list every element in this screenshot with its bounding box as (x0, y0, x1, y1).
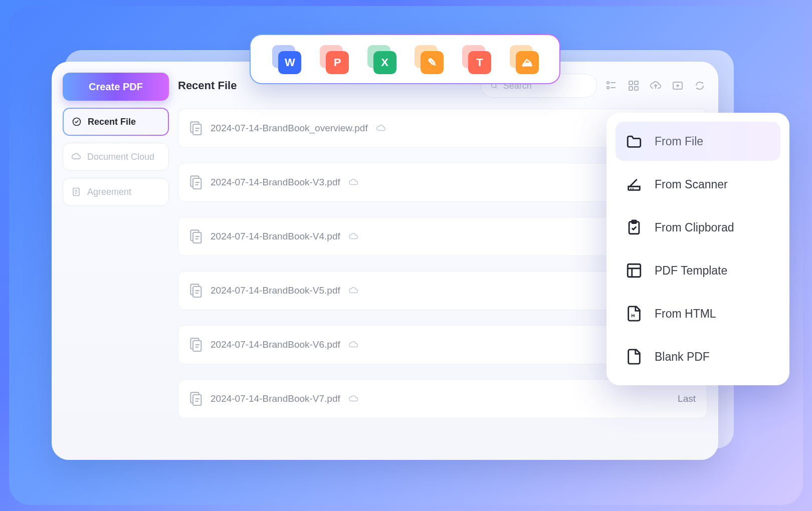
sidebar-item-recent[interactable]: Recent File (63, 108, 169, 136)
sync-icon (694, 80, 706, 92)
dropdown-item[interactable]: From Clipborad (616, 208, 780, 247)
svg-rect-15 (193, 232, 201, 243)
powerpoint-app-icon[interactable]: P (320, 45, 348, 73)
cloud-icon (71, 152, 81, 162)
file-doc-icon (189, 175, 204, 190)
cloud-sync-icon (376, 124, 386, 132)
dropdown-item-label: Blank PDF (655, 350, 710, 364)
dropdown-item-label: From Scanner (655, 178, 728, 191)
text-app-icon[interactable]: T (462, 45, 490, 73)
svg-rect-8 (635, 87, 638, 90)
create-pdf-button[interactable]: Create PDF (63, 73, 169, 101)
dropdown-item-label: From File (655, 135, 703, 148)
dropdown-item[interactable]: From File (616, 122, 780, 161)
svg-rect-3 (607, 82, 609, 84)
list-icon (605, 80, 618, 92)
blank-icon (626, 348, 643, 365)
clipboard-icon (626, 219, 643, 236)
page-title: Recent File (178, 79, 237, 92)
dropdown-item-label: From HTML (655, 307, 716, 321)
file-name: 2024-07-14-BrandBook-V4.pdf (211, 231, 340, 242)
file-doc-icon (189, 283, 204, 298)
svg-rect-13 (193, 178, 201, 189)
excel-app-icon[interactable]: X (367, 45, 395, 73)
dropdown-item-label: PDF Template (655, 264, 727, 278)
document-icon (71, 187, 81, 197)
dropdown-item[interactable]: From Scanner (616, 165, 780, 204)
svg-text:H: H (631, 313, 635, 318)
dropdown-item[interactable]: Blank PDF (616, 337, 780, 376)
upload-cloud-icon (650, 80, 662, 92)
file-name: 2024-07-14-BrandBook_overview.pdf (211, 123, 368, 134)
sidebar-item-cloud[interactable]: Document Cloud (63, 143, 169, 171)
svg-rect-19 (193, 341, 201, 351)
cloud-sync-icon (348, 395, 358, 403)
image-app-icon[interactable]: ⛰ (510, 45, 538, 73)
template-icon (626, 262, 643, 279)
folder-icon (626, 133, 643, 150)
svg-rect-24 (628, 264, 641, 277)
cloud-sync-icon (348, 287, 358, 295)
file-doc-icon (189, 391, 204, 406)
file-name: 2024-07-14-BrandBook-V6.pdf (211, 339, 340, 350)
folder-plus-icon (672, 80, 684, 92)
cloud-sync-icon (348, 341, 358, 349)
create-dropdown: From File From Scanner From Clipborad PD… (606, 113, 789, 385)
svg-rect-6 (635, 81, 638, 85)
svg-rect-17 (193, 287, 201, 297)
dropdown-item-label: From Clipborad (655, 221, 734, 234)
file-doc-icon (189, 121, 204, 136)
file-last-label: Last (678, 393, 696, 404)
file-doc-icon (189, 229, 204, 244)
new-folder-button[interactable] (670, 78, 685, 93)
grid-view-button[interactable] (626, 78, 641, 93)
word-app-icon[interactable]: W (272, 45, 300, 73)
sync-button[interactable] (692, 78, 707, 93)
svg-rect-21 (193, 395, 201, 405)
dropdown-item[interactable]: H From HTML (616, 294, 780, 333)
grid-icon (628, 80, 640, 92)
clock-check-icon (72, 117, 82, 127)
sidebar-item-agreement[interactable]: Agreement (63, 178, 169, 206)
svg-rect-4 (607, 87, 609, 89)
list-view-button[interactable] (604, 78, 619, 93)
file-name: 2024-07-14-BrandBook-V3.pdf (211, 177, 340, 188)
scanner-icon (626, 176, 643, 193)
upload-button[interactable] (648, 78, 663, 93)
svg-rect-5 (629, 81, 633, 85)
file-doc-icon (189, 337, 204, 352)
cloud-sync-icon (348, 232, 358, 240)
cloud-sync-icon (348, 178, 358, 186)
svg-rect-11 (193, 124, 201, 135)
file-name: 2024-07-14-BrandBook-V7.pdf (211, 393, 340, 404)
file-name: 2024-07-14-BrandBook-V5.pdf (211, 285, 340, 296)
edit-app-icon[interactable]: ✎ (415, 45, 443, 73)
sidebar-item-label: Document Cloud (87, 152, 154, 162)
floating-app-toolbar: W P X ✎ T ⛰ (250, 34, 560, 84)
svg-rect-7 (629, 87, 633, 90)
sidebar-item-label: Recent File (88, 117, 136, 127)
sidebar: Create PDF Recent File Document Cloud Ag… (63, 73, 169, 449)
sidebar-item-label: Agreement (87, 187, 131, 197)
dropdown-item[interactable]: PDF Template (616, 251, 780, 290)
html-icon: H (626, 305, 643, 322)
